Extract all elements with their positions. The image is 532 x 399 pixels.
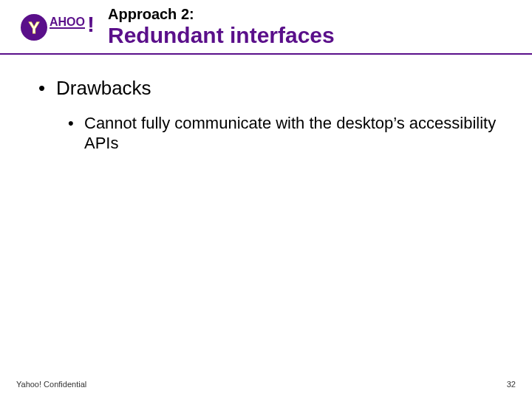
slide-footer: Yahoo! Confidential 32 xyxy=(0,380,532,389)
slide-title: Redundant interfaces xyxy=(108,23,335,49)
title-block: Approach 2: Redundant interfaces xyxy=(108,6,335,49)
bullet-level1: Drawbacks Cannot fully communicate with … xyxy=(35,77,497,154)
svg-text:AHOO: AHOO xyxy=(50,16,85,28)
bullet-text: Drawbacks xyxy=(56,77,151,99)
yahoo-logo-icon: Y Y AHOO ! xyxy=(16,7,98,48)
slide-header: Y Y AHOO ! Approach 2: Redundant interfa… xyxy=(0,0,532,55)
svg-text:!: ! xyxy=(87,12,95,36)
slide: Y Y AHOO ! Approach 2: Redundant interfa… xyxy=(0,0,532,399)
footer-left: Yahoo! Confidential xyxy=(16,380,86,389)
svg-text:Y: Y xyxy=(28,18,39,37)
page-number: 32 xyxy=(507,380,516,389)
slide-body: Drawbacks Cannot fully communicate with … xyxy=(0,55,532,154)
bullet-text: Cannot fully communicate with the deskto… xyxy=(84,114,496,153)
svg-rect-5 xyxy=(50,27,85,29)
bullet-level2: Cannot fully communicate with the deskto… xyxy=(68,113,497,154)
slide-kicker: Approach 2: xyxy=(108,6,335,23)
